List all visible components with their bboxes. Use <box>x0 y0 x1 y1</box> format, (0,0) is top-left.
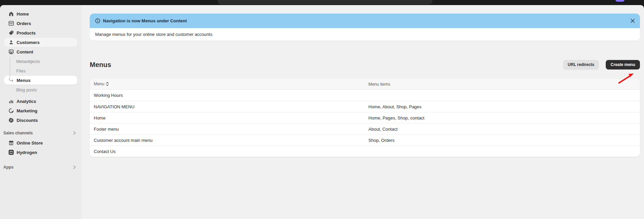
sidebar-item-marketing[interactable]: Marketing <box>4 106 77 115</box>
sidebar-item-label: Customers <box>17 40 40 45</box>
sidebar-item-hydrogen[interactable]: Hydrogen <box>4 148 77 157</box>
sidebar-item-blog-posts[interactable]: Blog posts <box>4 85 77 94</box>
menu-name-cell: NAVIGATION MENU <box>90 104 368 109</box>
menu-name-cell: Working Hours <box>90 93 368 98</box>
sales-channels-header[interactable]: Sales channels <box>0 130 81 136</box>
menu-name-cell: Contact Us <box>90 149 368 154</box>
apps-header[interactable]: Apps <box>0 164 81 170</box>
sidebar-item-home[interactable]: Home <box>4 9 77 18</box>
menu-name-cell: Footer menu <box>90 127 368 132</box>
sidebar-item-discounts[interactable]: Discounts <box>4 116 77 125</box>
banner-title: Navigation is now Menus under Content <box>103 18 187 23</box>
chevron-right-icon <box>73 131 76 135</box>
menu-column-header[interactable]: Menu <box>90 82 368 86</box>
topbar <box>0 0 644 5</box>
menu-items-cell: Home, About, Shop, Pages <box>368 104 640 109</box>
marketing-icon <box>8 108 14 114</box>
banner-body: Manage menus for your online store and c… <box>90 28 640 41</box>
menu-items-cell: About, Contact <box>368 127 640 132</box>
table-row[interactable]: Customer account main menu Shop, Orders <box>90 134 640 146</box>
sidebar-item-label: Products <box>17 30 36 36</box>
page-header: Menus URL redirects Create menu <box>90 60 640 70</box>
sidebar-item-label: Online Store <box>17 140 43 146</box>
sidebar-item-label: Hydrogen <box>17 150 37 155</box>
section-label: Sales channels <box>3 131 33 135</box>
products-icon <box>8 30 14 36</box>
sidebar-item-label: Discounts <box>17 118 38 123</box>
menu-name-cell: Customer account main menu <box>90 138 368 143</box>
info-icon <box>95 18 100 23</box>
home-icon <box>8 11 14 17</box>
search-bar[interactable] <box>218 0 432 4</box>
sidebar-item-label: Blog posts <box>16 87 37 92</box>
tree-elbow-arrow-icon <box>8 78 14 83</box>
sidebar-item-orders[interactable]: Orders <box>4 19 77 28</box>
sidebar-item-menus[interactable]: Menus <box>4 76 77 85</box>
menu-items-column-header: Menu items <box>368 81 640 87</box>
sidebar-item-products[interactable]: Products <box>4 28 77 37</box>
table-row[interactable]: Footer menu About, Contact <box>90 123 640 134</box>
sidebar-item-label: Menus <box>17 78 30 83</box>
sidebar: Home Orders Products Customers Content <box>0 5 81 219</box>
content-subtree: Metaobjects Files Menus Blog posts <box>0 57 81 94</box>
menu-items-cell: Shop, Orders <box>368 138 640 143</box>
column-label: Menu items <box>368 82 390 87</box>
page-actions: URL redirects Create menu <box>563 60 640 69</box>
sidebar-item-label: Content <box>17 49 33 54</box>
orders-icon <box>8 21 14 26</box>
table-row[interactable]: Working Hours <box>90 90 640 101</box>
section-label: Apps <box>3 165 14 170</box>
info-banner-header: Navigation is now Menus under Content <box>90 14 640 28</box>
sidebar-item-label: Home <box>17 12 29 17</box>
table-row[interactable]: NAVIGATION MENU Home, About, Shop, Pages <box>90 101 640 112</box>
table-body: Working Hours NAVIGATION MENU Home, Abou… <box>90 90 640 157</box>
menus-table: Menu Menu items Working Hours NAVIGATION… <box>90 79 640 157</box>
sidebar-item-label: Orders <box>17 21 31 26</box>
app-frame: Home Orders Products Customers Content <box>0 5 644 219</box>
avatar[interactable] <box>616 0 624 2</box>
create-menu-button[interactable]: Create menu <box>606 60 640 69</box>
discounts-icon <box>8 117 14 123</box>
sidebar-item-files[interactable]: Files <box>4 66 77 75</box>
sidebar-item-content[interactable]: Content <box>4 47 77 56</box>
sidebar-item-metaobjects[interactable]: Metaobjects <box>4 57 77 66</box>
url-redirects-button[interactable]: URL redirects <box>563 60 599 69</box>
sort-icon <box>106 82 109 86</box>
sidebar-item-label: Marketing <box>17 108 37 113</box>
menu-name-cell: Home <box>90 115 368 121</box>
menu-items-cell: Home, Pages, Shop, contact <box>368 115 640 121</box>
column-label: Menu <box>94 82 104 86</box>
online-store-icon <box>8 140 14 146</box>
chevron-right-icon <box>73 165 76 169</box>
banner-body-text: Manage menus for your online store and c… <box>95 32 212 37</box>
page-title: Menus <box>90 61 111 69</box>
table-row[interactable]: Home Home, Pages, Shop, contact <box>90 112 640 123</box>
sidebar-item-customers[interactable]: Customers <box>4 38 77 47</box>
sidebar-item-label: Analytics <box>17 99 36 104</box>
analytics-icon <box>8 98 14 104</box>
hydrogen-icon <box>8 150 14 155</box>
content-icon <box>8 49 14 55</box>
sidebar-item-label: Files <box>16 68 25 73</box>
customers-icon <box>8 40 14 45</box>
close-icon[interactable] <box>628 16 637 25</box>
info-banner: Navigation is now Menus under Content Ma… <box>90 14 640 41</box>
sidebar-item-analytics[interactable]: Analytics <box>4 97 77 106</box>
sidebar-item-label: Metaobjects <box>16 59 40 64</box>
sidebar-item-online-store[interactable]: Online Store <box>4 138 77 147</box>
table-row[interactable]: Contact Us <box>90 146 640 157</box>
tree-line <box>10 57 10 78</box>
main-content: Navigation is now Menus under Content Ma… <box>81 5 644 219</box>
table-header-row: Menu Menu items <box>90 79 640 90</box>
